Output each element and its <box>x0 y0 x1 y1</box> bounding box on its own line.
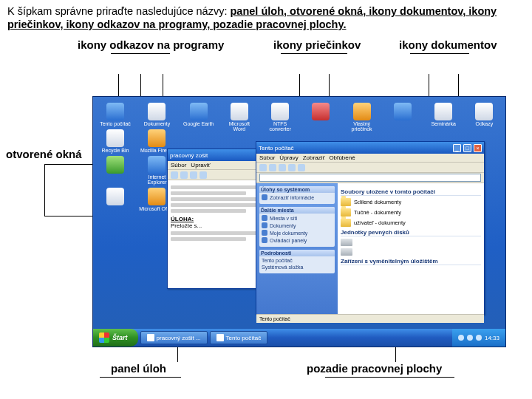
menu-item[interactable]: Zobraziť <box>303 154 325 161</box>
side-item[interactable]: Dokumenty <box>262 222 332 228</box>
desktop-icon[interactable]: Tento počítač <box>97 103 134 126</box>
desktop-icon[interactable]: Odkazy <box>468 103 500 132</box>
toolbar-icon[interactable] <box>180 171 188 179</box>
desktop-icon[interactable] <box>97 188 134 206</box>
side-block-head: Ďalšie miesta <box>259 207 335 214</box>
side-item-label: Tento počítač <box>262 258 293 263</box>
drive-icon <box>341 248 352 256</box>
group-heading: Soubory uložené v tomto počítači <box>341 188 481 196</box>
taskbar-item[interactable]: Tento počítač <box>210 331 268 344</box>
start-button[interactable]: Štart <box>93 329 138 347</box>
side-block: Podrobnosti Tento počítač Systémová slož… <box>259 250 335 273</box>
menu-item[interactable]: Obľúbené <box>329 154 355 161</box>
window-statusbar: Tento počítač <box>256 314 484 323</box>
app-icon <box>106 188 124 205</box>
side-item-label: Ovládací panely <box>270 238 307 243</box>
desktop-icon[interactable]: Vlastný priečinok <box>346 103 378 132</box>
tray-icon[interactable] <box>458 335 464 341</box>
folder-item[interactable]: Tučné - dokumenty <box>341 208 481 216</box>
toolbar-icon[interactable] <box>200 171 207 179</box>
desktop-icon[interactable]: Seminárka <box>428 103 460 132</box>
icon-label: Internet Explorer <box>147 174 166 185</box>
tray-icon[interactable] <box>476 335 482 341</box>
documents-icon <box>148 103 166 120</box>
tray-icon[interactable] <box>467 335 473 341</box>
underline <box>325 377 454 378</box>
bullet-icon <box>262 222 267 228</box>
side-block: Ďalšie miesta Miesta v síti Dokumenty Mo… <box>259 207 335 247</box>
folders-icon[interactable] <box>298 164 305 171</box>
drive-icon <box>341 239 352 246</box>
computer-icon <box>106 103 124 120</box>
label-document-icons: ikony dokumentov <box>399 38 497 51</box>
folder-label: užívateľ - dokumenty <box>354 219 406 226</box>
close-button[interactable]: × <box>474 144 482 152</box>
desktop-icon[interactable] <box>386 103 418 132</box>
folder-item[interactable]: užívateľ - dokumenty <box>341 219 481 227</box>
instruction-lead: K šípkam správne priraďte nasledujúce ná… <box>7 5 230 17</box>
label-desktop-background: pozadie pracovnej plochy <box>307 362 442 375</box>
app-icon <box>312 103 330 120</box>
address-field[interactable] <box>259 174 481 182</box>
desktop-icon[interactable] <box>305 103 337 132</box>
folder-item[interactable]: Sdílené dokumenty <box>341 198 481 206</box>
menu-item[interactable]: Súbor <box>171 162 186 168</box>
side-item[interactable]: Zobraziť informácie <box>262 194 332 200</box>
taskbar-item-label: Tento počítač <box>226 335 262 341</box>
up-icon[interactable] <box>279 164 286 171</box>
forward-icon[interactable] <box>269 164 276 171</box>
search-icon[interactable] <box>288 164 296 171</box>
document-icon <box>475 103 493 120</box>
menu-item[interactable]: Úpravy <box>279 154 298 161</box>
side-block-head: Podrobnosti <box>259 250 335 256</box>
back-icon[interactable] <box>259 164 267 171</box>
app-icon <box>271 103 289 120</box>
minimize-button[interactable]: _ <box>453 144 461 152</box>
bullet-icon <box>262 237 267 243</box>
explorer-body: Úlohy so systémom Zobraziť informácie Ďa… <box>256 183 484 314</box>
status-text: Tento počítač <box>259 316 290 321</box>
open-window-explorer[interactable]: Tento počítač _ □ × Súbor Úpravy Zobrazi… <box>256 141 485 315</box>
taskbar-item[interactable]: pracovný zošit ... <box>140 331 208 344</box>
desktop-icon[interactable]: Recycle Bin <box>97 129 134 153</box>
maximize-button[interactable]: □ <box>463 144 471 152</box>
toolbar-icon[interactable] <box>190 171 197 179</box>
clock[interactable]: 14:33 <box>485 335 499 341</box>
app-icon <box>106 156 124 174</box>
label-taskbar: panel úloh <box>111 362 166 375</box>
system-tray[interactable]: 14:33 <box>452 329 505 347</box>
side-item-label: Dokumenty <box>270 223 296 228</box>
window-toolbar[interactable] <box>256 163 484 173</box>
menu-item[interactable]: Súbor <box>259 154 275 161</box>
earth-icon <box>190 103 208 120</box>
menu-item[interactable]: Upraviť <box>191 162 210 168</box>
folder-icon <box>341 208 351 216</box>
toolbar-icon[interactable] <box>171 171 178 179</box>
side-item[interactable]: Miesta v síti <box>262 215 332 221</box>
side-item: Tento počítač <box>262 258 332 263</box>
drive-item[interactable] <box>341 239 481 246</box>
desktop-icon[interactable]: Microsoft Word <box>223 103 255 132</box>
instruction-text: K šípkam správne priraďte nasledujúce ná… <box>0 0 532 34</box>
group-heading: Zařízení s vyměnitelným úložištěm <box>341 258 481 265</box>
address-bar[interactable] <box>256 173 484 183</box>
taskbar[interactable]: Štart pracovný zošit ... Tento počítač 1… <box>93 329 505 347</box>
desktop-icon[interactable] <box>97 156 134 174</box>
icon-label: Tento počítač <box>100 121 131 126</box>
icon-label: Google Earth <box>183 121 214 126</box>
folder-icon <box>341 219 351 227</box>
side-item[interactable]: Ovládací panely <box>262 237 332 243</box>
ie-icon <box>148 156 166 174</box>
drive-item[interactable] <box>341 248 481 256</box>
window-menubar[interactable]: Súbor Úpravy Zobraziť Obľúbené <box>256 154 484 163</box>
side-item[interactable]: Moje dokumenty <box>262 230 332 236</box>
desktop-icon[interactable]: NTFS converter <box>265 103 296 132</box>
folder-icon <box>353 103 371 120</box>
window-titlebar[interactable]: Tento počítač _ □ × <box>256 142 484 154</box>
desktop-icon[interactable]: Dokumenty <box>138 103 175 126</box>
word-icon <box>231 103 248 120</box>
side-block: Úlohy so systémom Zobraziť informácie <box>259 186 335 204</box>
side-item-label: Moje dokumenty <box>270 231 307 236</box>
desktop-icon[interactable]: Google Earth <box>183 103 214 132</box>
underline <box>281 53 347 54</box>
